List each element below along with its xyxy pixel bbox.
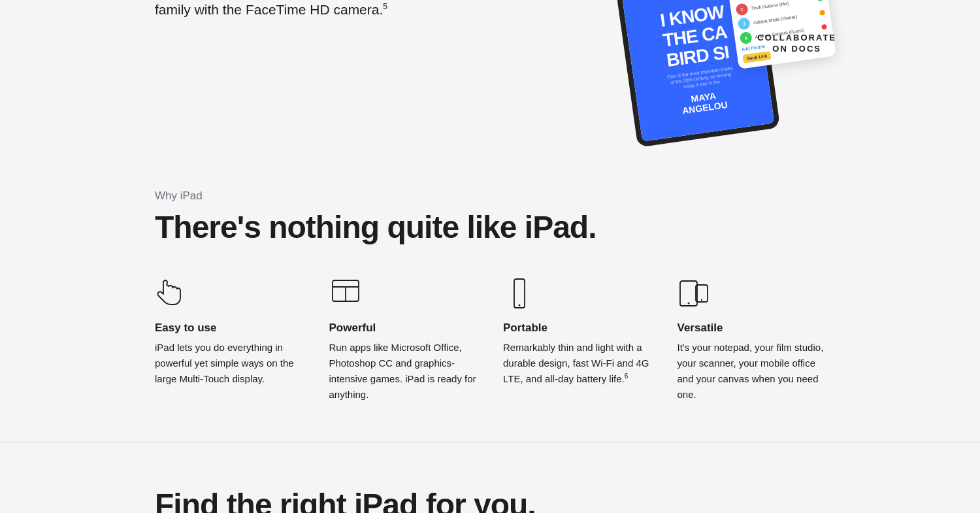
feature-title-versatile: Versatile	[678, 322, 826, 335]
hand-icon	[155, 277, 188, 310]
top-section: family with the FaceTime HD camera.5 I K…	[0, 0, 980, 150]
svg-point-0	[172, 287, 173, 288]
collab-avatar-2: J	[738, 17, 751, 30]
collab-dot-1	[817, 0, 823, 1]
svg-point-9	[700, 299, 702, 301]
feature-desc-powerful: Run apps like Microsoft Office, Photosho…	[329, 340, 478, 403]
phone-icon	[503, 277, 536, 310]
feature-desc-easy: iPad lets you do everything in powerful …	[155, 340, 303, 387]
collab-dot-2	[819, 10, 825, 16]
collaborate-label: COLLABORATEON DOCS	[757, 33, 836, 55]
feature-desc-versatile: It's your notepad, your film studio, you…	[678, 340, 826, 403]
why-label: Why iPad	[155, 190, 825, 203]
collab-dot-3	[821, 24, 827, 30]
top-intro-text: family with the FaceTime HD camera.5	[155, 0, 387, 19]
svg-point-7	[687, 302, 689, 304]
feature-title-easy: Easy to use	[155, 322, 303, 335]
feature-versatile: Versatile It's your notepad, your film s…	[678, 277, 826, 403]
find-headline: Find the right iPad for you.	[155, 488, 825, 513]
feature-powerful: Powerful Run apps like Microsoft Office,…	[329, 277, 478, 403]
feature-title-portable: Portable	[503, 322, 651, 335]
collab-avatar-3: A	[740, 31, 753, 44]
tablets-icon	[678, 277, 710, 310]
feature-easy-to-use: Easy to use iPad lets you do everything …	[155, 277, 303, 403]
features-grid: Easy to use iPad lets you do everything …	[155, 277, 825, 403]
svg-rect-4	[514, 279, 525, 308]
ipad-image-area: I KNOWTHE CABIRD SI One of the most impo…	[588, 0, 849, 150]
why-ipad-section: Why iPad There's nothing quite like iPad…	[0, 150, 980, 442]
collab-avatar-1: T	[735, 3, 748, 16]
feature-desc-portable: Remarkably thin and light with a durable…	[503, 340, 651, 387]
grid-icon	[329, 277, 362, 310]
find-ipad-section: Find the right iPad for you.	[0, 442, 980, 513]
feature-title-powerful: Powerful	[329, 322, 478, 335]
book-author: MAYAANGELOU	[680, 89, 728, 116]
feature-portable: Portable Remarkably thin and light with …	[503, 277, 651, 403]
svg-rect-6	[680, 281, 697, 306]
book-title: I KNOWTHE CABIRD SI	[659, 3, 731, 71]
svg-point-5	[519, 304, 521, 306]
ipad-mockup: I KNOWTHE CABIRD SI One of the most impo…	[578, 0, 834, 150]
why-headline: There's nothing quite like iPad.	[155, 210, 825, 244]
